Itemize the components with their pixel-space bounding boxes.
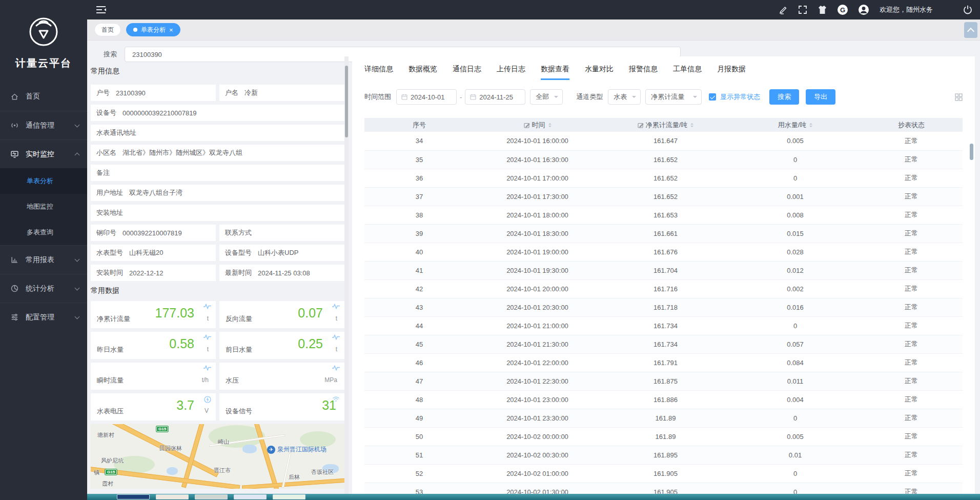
- granularity-select[interactable]: 全部: [530, 89, 563, 105]
- sidebar-item-realtime-monitor[interactable]: 实时监控: [0, 139, 87, 168]
- sidebar-item-single-meter-analysis[interactable]: 单表分析: [0, 168, 87, 194]
- table-row: 50 2024-10-02 00:00:00 161.89 0.005 正常: [364, 427, 963, 446]
- filter-bar: 时间范围 2024-10-01 - 2024-11-25 全部 通道类型 水表 …: [364, 88, 963, 106]
- cell-status: 正常: [860, 335, 963, 353]
- tab-water-compare[interactable]: 水量对比: [585, 65, 614, 80]
- table-row: 41 2024-10-01 19:30:00 161.704 0.012 正常: [364, 261, 963, 279]
- abnormal-status-checkbox[interactable]: [709, 93, 716, 101]
- cell-time: 2024-10-01 23:30:00: [474, 409, 601, 427]
- taskbar-window-thumbnail[interactable]: [273, 494, 305, 499]
- sidebar-item-communication[interactable]: 通信管理: [0, 111, 87, 139]
- meter-info-panel: 常用信息 户号23100390 户名冷新 设备号0000000039221000…: [91, 67, 344, 489]
- cell-time: 2024-10-01 16:30:00: [474, 150, 601, 169]
- card-water-pressure: 水压MPa: [219, 363, 344, 390]
- cell-seq: 36: [364, 169, 474, 187]
- edit-icon: [638, 122, 644, 128]
- language-icon[interactable]: [838, 5, 848, 15]
- tab-data-overview[interactable]: 数据概览: [409, 65, 437, 80]
- tab-work-order[interactable]: 工单信息: [673, 65, 702, 80]
- sidebar-item-config[interactable]: 配置管理: [0, 303, 87, 331]
- column-usage[interactable]: 用水量/吨: [730, 118, 860, 132]
- export-button[interactable]: 导出: [806, 89, 835, 105]
- cell-net-flow: 161.895: [601, 446, 730, 464]
- table-row: 40 2024-10-01 19:00:00 161.676 0.028 正常: [364, 243, 963, 261]
- avatar[interactable]: [858, 4, 869, 15]
- tab-monthly-report[interactable]: 月报数据: [717, 65, 746, 80]
- cell-net-flow: 161.676: [601, 243, 730, 261]
- taskbar-window-thumbnail[interactable]: [117, 494, 150, 499]
- cell-net-flow: 161.647: [601, 132, 730, 150]
- map-water: [242, 445, 257, 453]
- tag-home[interactable]: 首页: [94, 23, 121, 36]
- sidebar-item-label: 常用报表: [26, 255, 54, 265]
- field-user-address: 用户地址双龙寺八组台子湾: [91, 185, 344, 201]
- column-seq: 序号: [364, 118, 474, 132]
- cell-usage: 0.002: [730, 279, 860, 298]
- end-date-input[interactable]: 2024-11-25: [465, 89, 525, 105]
- theme-icon[interactable]: [818, 5, 827, 14]
- tag-label: 单表分析: [141, 26, 166, 34]
- sidebar-item-multi-meter-query[interactable]: 多表查询: [0, 219, 87, 245]
- tab-upload-log[interactable]: 上传日志: [497, 65, 525, 80]
- left-panel-scrollbar[interactable]: [344, 56, 349, 494]
- table-scrollbar-thumb[interactable]: [970, 144, 973, 160]
- airport-label: 泉州晋江国际机场: [277, 445, 326, 454]
- tab-alarm-info[interactable]: 报警信息: [629, 65, 658, 80]
- tab-detail-info[interactable]: 详细信息: [364, 65, 393, 80]
- chevron-down-icon: [75, 256, 80, 262]
- start-date-input[interactable]: 2024-10-01: [396, 89, 457, 105]
- sidebar-item-map-monitor[interactable]: 地图监控: [0, 194, 87, 219]
- cell-time: 2024-10-01 22:00:00: [474, 353, 601, 372]
- logout-icon[interactable]: [963, 5, 973, 15]
- cell-seq: 53: [364, 483, 474, 494]
- airport-marker[interactable]: 泉州晋江国际机场: [267, 445, 326, 454]
- sidebar-item-common-reports[interactable]: 常用报表: [0, 245, 87, 274]
- cell-seq: 51: [364, 446, 474, 464]
- cell-seq: 34: [364, 132, 474, 150]
- airplane-icon: [267, 446, 275, 454]
- tab-comm-log[interactable]: 通信日志: [453, 65, 481, 80]
- column-settings-icon[interactable]: [955, 93, 963, 101]
- metric-select[interactable]: 净累计流量: [645, 89, 702, 105]
- calendar-icon: [470, 94, 476, 100]
- table-row: 39 2024-10-01 18:30:00 161.661 0.015 正常: [364, 224, 963, 243]
- table-row: 52 2024-10-02 01:00:00 161.905 0 正常: [364, 464, 963, 483]
- table-row: 42 2024-10-01 20:00:00 161.716 0.002 正常: [364, 279, 963, 298]
- cell-time: 2024-10-02 00:00:00: [474, 427, 601, 446]
- scrollbar-thumb[interactable]: [345, 66, 348, 137]
- chevron-down-icon: [75, 285, 80, 290]
- sidebar-submenu: 单表分析 地图监控 多表查询: [0, 168, 87, 245]
- fullscreen-icon[interactable]: [798, 5, 807, 14]
- close-icon[interactable]: [169, 27, 173, 33]
- sidebar-item-home[interactable]: 首页: [0, 82, 87, 111]
- cell-time: 2024-10-01 20:00:00: [474, 279, 601, 298]
- map-water: [167, 467, 178, 475]
- taskbar-window-thumbnail[interactable]: [195, 494, 228, 499]
- cell-status: 正常: [860, 206, 963, 224]
- search-button[interactable]: 搜索: [769, 89, 799, 105]
- taskbar-window-thumbnail[interactable]: [156, 494, 189, 499]
- location-map[interactable]: G15 G15 塘新村 田园张林 崎山 风炉尼坑 镇 晋江市 后林 杏坂社区 霞…: [91, 424, 344, 489]
- topbar: 欢迎您，随州水务: [87, 0, 980, 19]
- cell-time: 2024-10-02 01:00:00: [474, 464, 601, 483]
- tab-data-view[interactable]: 数据查看: [541, 65, 569, 80]
- date-range-label: 时间范围: [364, 92, 391, 102]
- edit-icon[interactable]: [779, 5, 788, 14]
- cell-seq: 40: [364, 243, 474, 261]
- tag-single-meter-analysis[interactable]: 单表分析: [126, 23, 180, 36]
- scroll-top-button[interactable]: [964, 22, 977, 38]
- column-time[interactable]: 时间: [474, 118, 601, 132]
- cell-net-flow: 161.734: [601, 335, 730, 353]
- collapse-sidebar-button[interactable]: [95, 5, 107, 15]
- welcome-text: 欢迎您，随州水务: [880, 5, 933, 14]
- card-net-cumulative-flow: 净累计流量177.03t: [91, 301, 216, 328]
- sidebar-nav: 首页 通信管理 实时监控 单表分析 地: [0, 82, 87, 331]
- edit-icon: [524, 122, 530, 128]
- highway-badge: G15: [156, 426, 168, 432]
- column-net-flow[interactable]: 净累计流量/吨: [601, 118, 730, 132]
- cell-status: 正常: [860, 187, 963, 206]
- taskbar-window-thumbnail[interactable]: [234, 494, 267, 499]
- sidebar-subitem-label: 单表分析: [27, 176, 53, 186]
- channel-select[interactable]: 水表: [608, 89, 641, 105]
- sidebar-item-statistics[interactable]: 统计分析: [0, 274, 87, 303]
